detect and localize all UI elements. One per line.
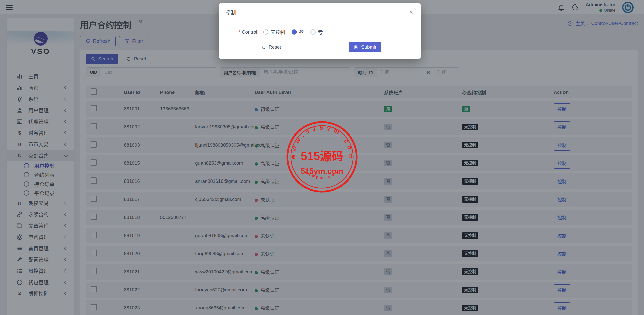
modal-submit-button[interactable]: Submit — [349, 42, 381, 52]
control-modal: 控制 × *Control 无控制盈亏 Reset — [219, 3, 421, 59]
screen: Administrator Online VSO — [0, 0, 644, 315]
radio-icon — [310, 29, 316, 35]
radio-option-label: 无控制 — [271, 29, 285, 35]
radio-option[interactable]: 盈 — [292, 29, 304, 35]
control-label-text: Control — [242, 29, 257, 35]
reset-icon — [261, 45, 266, 50]
close-icon[interactable]: × — [408, 9, 415, 16]
radio-icon — [263, 29, 268, 35]
save-icon — [354, 45, 359, 50]
modal-reset-label: Reset — [269, 44, 281, 50]
modal-title: 控制 — [225, 8, 236, 16]
control-radio-group: 无控制盈亏 — [263, 29, 323, 35]
radio-option[interactable]: 亏 — [310, 29, 323, 35]
modal-submit-label: Submit — [361, 44, 376, 50]
modal-reset-button[interactable]: Reset — [257, 42, 286, 52]
required-mark: * — [239, 29, 240, 35]
radio-option-label: 亏 — [318, 29, 323, 35]
radio-icon — [292, 29, 297, 35]
radio-option[interactable]: 无控制 — [263, 29, 285, 35]
radio-option-label: 盈 — [299, 29, 304, 35]
control-field-label: *Control — [225, 29, 257, 35]
